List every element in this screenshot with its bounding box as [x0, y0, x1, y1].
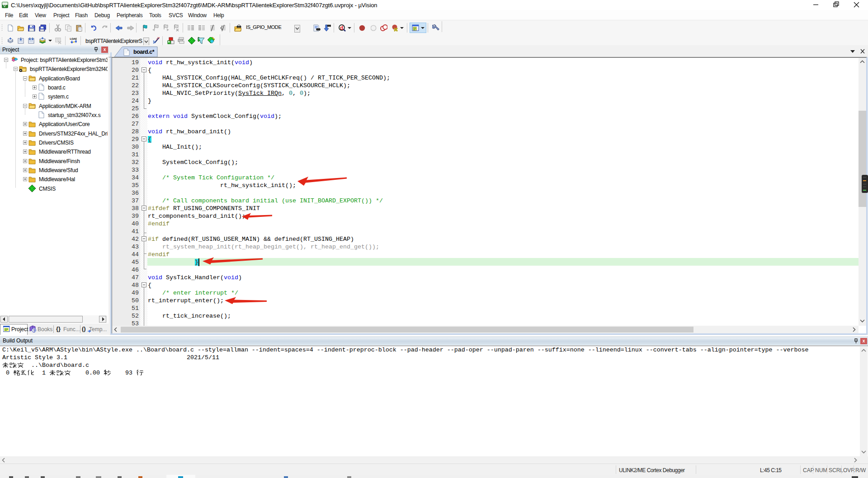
svg-text:?: ? — [33, 328, 36, 333]
svg-text:V: V — [3, 4, 6, 8]
svg-text:LOAD: LOAD — [70, 37, 77, 40]
svg-text:d: d — [340, 25, 343, 31]
